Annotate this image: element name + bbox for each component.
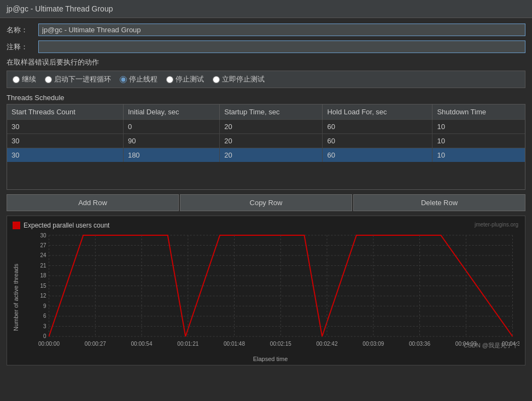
chart-container: jmeter-plugins.org Expected parallel use… [7, 216, 525, 365]
y-label-27: 27 [40, 242, 46, 248]
table-row[interactable]: 3090206010 [7, 134, 525, 148]
cell-startup-1: 20 [220, 134, 323, 148]
chart-svg: .grid-line { stroke: #3a3a3a; stroke-wid… [21, 233, 519, 353]
cell-delay-0: 0 [123, 120, 219, 134]
error-radio-group: 继续 启动下一进程循环 停止线程 停止测试 立即停止测试 [7, 71, 525, 88]
y-label-15: 15 [40, 283, 46, 289]
x-label-5: 00:02:15 [270, 341, 291, 347]
comment-row: 注释： [7, 40, 525, 53]
name-row: 名称： [7, 24, 525, 36]
radio-stop-thread-label: 停止线程 [129, 74, 157, 84]
radio-stop-test[interactable]: 停止测试 [166, 74, 204, 84]
radio-continue[interactable]: 继续 [13, 74, 36, 84]
jmeter-credit: jmeter-plugins.org [475, 222, 518, 228]
radio-continue-input[interactable] [13, 76, 20, 83]
col-shutdown: Shutdown Time [432, 104, 525, 120]
error-section-label: 在取样器错误后要执行的动作 [7, 57, 525, 67]
cell-start-1: 30 [7, 134, 123, 148]
cell-shutdown-2: 10 [432, 148, 525, 162]
delete-row-button[interactable]: Delete Row [353, 194, 525, 211]
chart-svg-area: .grid-line { stroke: #3a3a3a; stroke-wid… [21, 233, 519, 362]
cell-shutdown-0: 10 [432, 120, 525, 134]
y-label-9: 9 [43, 303, 46, 309]
col-startup-time: Startup Time, sec [220, 104, 323, 120]
button-row: Add Row Copy Row Delete Row [7, 194, 525, 211]
y-label-6: 6 [43, 313, 46, 319]
radio-next-loop-input[interactable] [45, 76, 52, 83]
comment-input[interactable] [38, 40, 525, 53]
radio-stop-test-input[interactable] [166, 76, 173, 83]
threads-section-label: Threads Schedule [7, 94, 525, 102]
y-label-24: 24 [40, 252, 46, 258]
cell-start-2: 30 [7, 148, 123, 162]
cell-startup-2: 20 [220, 148, 323, 162]
table-row[interactable]: 30180206010 [7, 148, 525, 162]
csdn-credit: CSDN @我是丸子丫 [464, 341, 518, 350]
cell-hold-2: 60 [323, 148, 432, 162]
cell-start-0: 30 [7, 120, 123, 134]
threads-table-container: Start Threads Count Initial Delay, sec S… [7, 104, 525, 190]
x-label-7: 00:03:09 [363, 341, 384, 347]
radio-next-loop[interactable]: 启动下一进程循环 [45, 74, 111, 84]
y-axis-label: Number of active threads [13, 233, 19, 362]
col-start-threads: Start Threads Count [7, 104, 123, 120]
name-label: 名称： [7, 25, 34, 35]
y-label-30: 30 [40, 233, 46, 239]
radio-stop-now-label: 立即停止测试 [222, 74, 265, 84]
chart-inner: Number of active threads .grid-line { st… [13, 233, 519, 362]
cell-startup-0: 20 [220, 120, 323, 134]
legend-color-box [13, 222, 20, 229]
cell-delay-2: 180 [123, 148, 219, 162]
table-row[interactable]: 300206010 [7, 120, 525, 134]
y-label-12: 12 [40, 293, 46, 299]
x-label-6: 00:02:42 [317, 341, 338, 347]
x-label-3: 00:01:21 [177, 341, 198, 347]
radio-stop-now[interactable]: 立即停止测试 [213, 74, 265, 84]
x-label-2: 00:00:54 [131, 341, 153, 347]
empty-rows-area [7, 162, 525, 189]
x-label-0: 00:00:00 [38, 341, 60, 347]
radio-stop-thread-input[interactable] [120, 76, 127, 83]
copy-row-button[interactable]: Copy Row [180, 194, 352, 211]
col-initial-delay: Initial Delay, sec [123, 104, 219, 120]
window-title: jp@gc - Ultimate Thread Group [0, 0, 532, 18]
radio-stop-test-label: 停止测试 [176, 74, 204, 84]
threads-table: Start Threads Count Initial Delay, sec S… [7, 104, 525, 162]
y-label-0: 0 [43, 333, 46, 339]
x-axis-label: Elapsed time [21, 356, 519, 362]
radio-continue-label: 继续 [22, 74, 36, 84]
col-hold-load: Hold Load For, sec [323, 104, 432, 120]
name-input[interactable] [38, 24, 525, 36]
chart-legend: Expected parallel users count [13, 222, 519, 229]
table-header-row: Start Threads Count Initial Delay, sec S… [7, 104, 525, 120]
cell-hold-0: 60 [323, 120, 432, 134]
radio-stop-now-input[interactable] [213, 76, 220, 83]
x-label-8: 00:03:36 [409, 341, 430, 347]
y-label-18: 18 [40, 272, 46, 278]
x-label-4: 00:01:48 [224, 341, 245, 347]
y-label-21: 21 [40, 263, 46, 269]
radio-next-loop-label: 启动下一进程循环 [54, 74, 111, 84]
legend-label: Expected parallel users count [24, 222, 109, 229]
comment-label: 注释： [7, 42, 34, 52]
add-row-button[interactable]: Add Row [7, 194, 179, 211]
y-label-3: 3 [43, 323, 46, 329]
x-label-1: 00:00:27 [85, 341, 106, 347]
cell-hold-1: 60 [323, 134, 432, 148]
cell-delay-1: 90 [123, 134, 219, 148]
radio-stop-thread[interactable]: 停止线程 [120, 74, 157, 84]
cell-shutdown-1: 10 [432, 134, 525, 148]
